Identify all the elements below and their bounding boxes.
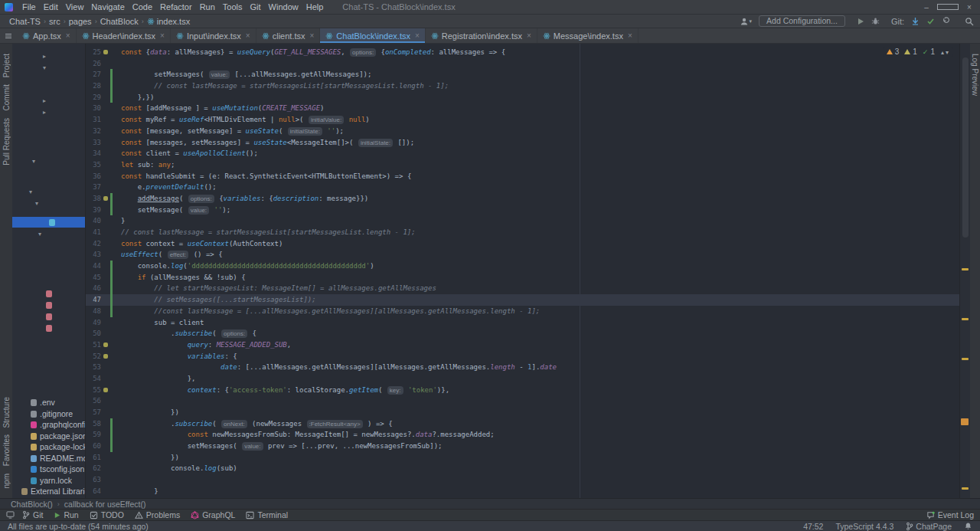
tool-window-button-structure[interactable]: Structure xyxy=(2,397,11,428)
editor-tab-header-index-tsx[interactable]: Header\index.tsx× xyxy=(77,28,171,43)
menu-edit[interactable]: Edit xyxy=(40,2,62,11)
vcs-change-marker[interactable] xyxy=(110,193,113,205)
stripe-mark[interactable] xyxy=(962,358,969,360)
chevron-right-icon[interactable]: ▸ xyxy=(43,53,51,60)
vcs-change-marker[interactable] xyxy=(110,80,113,92)
menu-help[interactable]: Help xyxy=(302,2,328,11)
tab-close-icon[interactable]: × xyxy=(246,31,250,40)
search-everywhere-icon[interactable] xyxy=(965,17,974,26)
vcs-change-marker[interactable] xyxy=(110,283,113,294)
tool-window-button-problems[interactable]: Problems xyxy=(135,510,180,520)
project-tree-row[interactable]: package-lock.json xyxy=(12,441,85,452)
scrollbar-error-stripe[interactable] xyxy=(959,44,970,498)
tabs-menu-icon[interactable] xyxy=(0,28,17,43)
tool-window-button-git[interactable]: Git xyxy=(22,510,43,520)
stripe-mark[interactable] xyxy=(962,487,969,490)
stripe-mark[interactable] xyxy=(962,318,969,320)
menu-git[interactable]: Git xyxy=(247,2,265,11)
editor-tab-chatblock-index-tsx[interactable]: ChatBlock\index.tsx× xyxy=(320,28,425,43)
editor[interactable]: 25const {data: allMessages} = useQuery(G… xyxy=(86,44,959,498)
chevron-right-icon[interactable]: ▸ xyxy=(43,109,51,116)
breadcrumb-src[interactable]: src xyxy=(46,17,64,26)
project-tree-row[interactable]: ▸ xyxy=(12,51,85,61)
debug-icon[interactable] xyxy=(871,17,880,25)
tool-window-switcher-icon[interactable] xyxy=(6,511,15,519)
editor-tab-app-tsx[interactable]: App.tsx× xyxy=(17,28,77,43)
tool-window-button-commit[interactable]: Commit xyxy=(2,84,11,110)
project-tree-row[interactable]: ▾ xyxy=(12,228,85,239)
tab-close-icon[interactable]: × xyxy=(527,31,531,40)
graphql-gutter-icon[interactable] xyxy=(103,196,108,201)
vcs-change-marker[interactable] xyxy=(110,294,113,306)
menu-view[interactable]: View xyxy=(62,2,88,11)
editor-tab-input-index-tsx[interactable]: Input\index.tsx× xyxy=(171,28,256,43)
graphql-gutter-icon[interactable] xyxy=(103,388,108,392)
chevron-right-icon[interactable]: ▸ xyxy=(43,97,51,104)
close-button[interactable]: × xyxy=(959,0,980,14)
git-revert-icon[interactable] xyxy=(942,17,950,25)
vcs-change-marker[interactable] xyxy=(110,418,113,430)
editor-tab-message-index-tsx[interactable]: Message\index.tsx× xyxy=(537,28,639,43)
project-tree-row[interactable]: package.json xyxy=(12,431,85,441)
chevron-down-icon[interactable]: ▾ xyxy=(38,231,46,238)
collaboration-icon[interactable]: ▾ xyxy=(740,17,753,26)
project-tree-row[interactable]: README.md xyxy=(12,453,85,464)
chevron-down-icon[interactable]: ▾ xyxy=(29,188,37,195)
git-branch-widget[interactable]: ChatPage xyxy=(906,522,952,531)
project-tree-row[interactable]: ▾ xyxy=(12,186,85,197)
graphql-gutter-icon[interactable] xyxy=(103,50,108,54)
next-problem-icon[interactable]: ▾ xyxy=(945,49,949,56)
warning-count[interactable]: 3 xyxy=(887,48,900,56)
vcs-change-marker[interactable] xyxy=(110,261,113,272)
stripe-mark[interactable] xyxy=(962,268,969,270)
menu-navigate[interactable]: Navigate xyxy=(87,2,128,11)
breadcrumb-pages[interactable]: pages xyxy=(66,17,95,26)
project-tree-row[interactable]: .env xyxy=(12,397,85,408)
maximize-button[interactable] xyxy=(937,0,959,14)
project-tree-row[interactable]: ▸ xyxy=(12,107,85,117)
vcs-change-marker[interactable] xyxy=(110,272,113,284)
menu-tools[interactable]: Tools xyxy=(219,2,247,11)
menu-run[interactable]: Run xyxy=(196,2,219,11)
tool-window-button-run[interactable]: Run xyxy=(54,510,78,520)
project-tree-row[interactable]: ▾ xyxy=(12,62,85,73)
tab-close-icon[interactable]: × xyxy=(66,31,70,40)
editor-tab-registration-index-tsx[interactable]: Registration\index.tsx× xyxy=(426,28,537,43)
project-tree-row[interactable]: yarn.lock xyxy=(12,475,85,486)
passed-count[interactable]: ✓1 xyxy=(923,48,935,56)
vcs-change-marker[interactable] xyxy=(110,205,113,216)
menu-window[interactable]: Window xyxy=(265,2,302,11)
tool-window-button-todo[interactable]: TODO xyxy=(90,510,124,520)
vcs-change-marker[interactable] xyxy=(110,306,113,317)
minimize-button[interactable]: – xyxy=(916,0,937,14)
project-tree-row[interactable] xyxy=(12,323,85,333)
vcs-change-marker[interactable] xyxy=(110,429,113,441)
vcs-change-marker[interactable] xyxy=(110,92,113,103)
vcs-change-marker[interactable] xyxy=(110,69,113,80)
tool-window-button-project[interactable]: Project xyxy=(2,54,11,77)
inspections-widget[interactable]: 3 1 ✓1 ▴▾ xyxy=(883,47,953,57)
git-commit-icon[interactable] xyxy=(926,17,935,25)
breadcrumb-callback-for-useeffect[interactable]: callback for useEffect() xyxy=(64,500,146,509)
tool-window-button-pull-requests[interactable]: Pull Requests xyxy=(2,118,11,166)
tab-close-icon[interactable]: × xyxy=(310,31,315,40)
project-tree-row[interactable]: .gitignore xyxy=(12,408,85,419)
notifications-icon[interactable] xyxy=(964,522,972,530)
graphql-gutter-icon[interactable] xyxy=(103,354,108,359)
typescript-version[interactable]: TypeScript 4.4.3 xyxy=(835,522,893,531)
tool-window-button-favorites[interactable]: Favorites xyxy=(2,434,11,466)
git-update-icon[interactable] xyxy=(911,17,920,25)
tool-window-button-npm[interactable]: npm xyxy=(2,474,11,488)
menu-code[interactable]: Code xyxy=(129,2,156,11)
chevron-down-icon[interactable]: ▾ xyxy=(32,158,40,165)
project-panel[interactable]: ▸▾▸▸▾▾▾▾.env.gitignore.graphqlconfigpack… xyxy=(12,44,86,498)
chevron-down-icon[interactable]: ▾ xyxy=(43,64,51,71)
weak-warning-count[interactable]: 1 xyxy=(904,48,917,56)
breadcrumb-chatblock[interactable]: ChatBlock() xyxy=(11,500,53,509)
tool-window-button-terminal[interactable]: Terminal xyxy=(246,510,288,520)
project-tree-row[interactable]: .graphqlconfig xyxy=(12,419,85,430)
project-tree-row[interactable]: tsconfig.json xyxy=(12,464,85,474)
caret-position[interactable]: 47:52 xyxy=(803,522,823,531)
project-tree-row[interactable] xyxy=(12,311,85,322)
tab-close-icon[interactable]: × xyxy=(160,31,165,40)
